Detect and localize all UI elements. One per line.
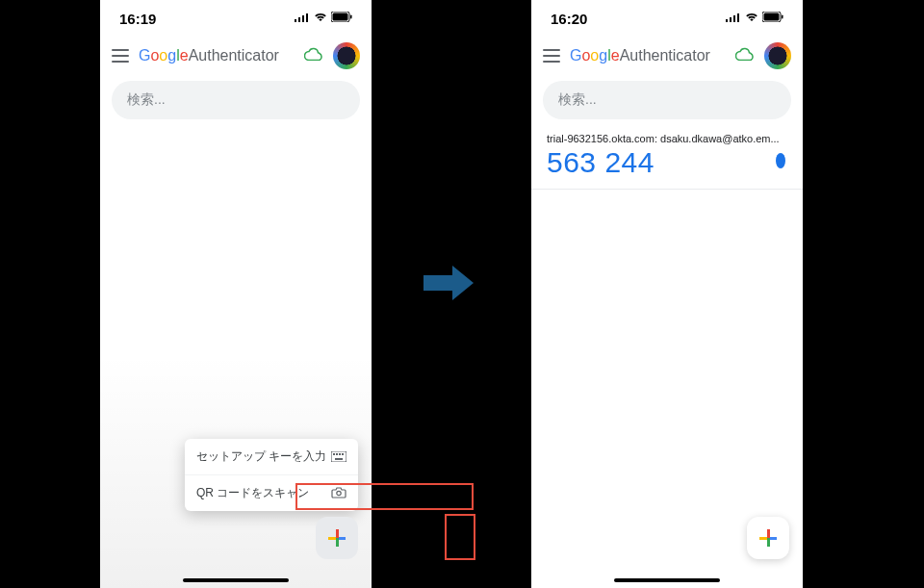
signal-icon xyxy=(726,12,741,25)
app-title: Google Authenticator xyxy=(570,47,710,64)
svg-point-13 xyxy=(337,491,341,495)
svg-rect-1 xyxy=(298,17,300,22)
wifi-icon xyxy=(314,12,327,25)
status-time: 16:20 xyxy=(551,11,587,27)
plus-icon xyxy=(759,529,777,547)
app-title: Google Authenticator xyxy=(139,47,279,64)
svg-rect-17 xyxy=(737,13,739,22)
battery-icon xyxy=(331,12,352,25)
account-label: trial-9632156.okta.com: dsaku.dkawa@atko… xyxy=(547,133,787,144)
wifi-icon xyxy=(745,12,758,25)
svg-rect-7 xyxy=(331,451,346,462)
status-time: 16:19 xyxy=(119,11,156,27)
menu-label: セットアップ キーを入力 xyxy=(196,448,326,465)
app-header: Google Authenticator xyxy=(100,37,372,75)
svg-rect-15 xyxy=(730,17,732,22)
fab-add-button[interactable] xyxy=(316,517,358,559)
svg-rect-0 xyxy=(295,19,296,22)
plus-icon xyxy=(328,529,346,547)
status-icons xyxy=(295,12,352,25)
fab-add-button[interactable] xyxy=(747,517,789,559)
search-input[interactable]: 検索... xyxy=(112,81,360,119)
svg-rect-9 xyxy=(336,453,338,455)
app-header: Google Authenticator xyxy=(531,37,803,75)
fab-menu: セットアップ キーを入力 QR コードをスキャン xyxy=(185,439,358,511)
svg-rect-3 xyxy=(306,13,308,22)
svg-rect-19 xyxy=(764,13,780,21)
avatar[interactable] xyxy=(333,42,360,69)
svg-rect-20 xyxy=(782,15,783,19)
totp-code: 563 244 xyxy=(547,146,654,179)
search-placeholder: 検索... xyxy=(558,91,597,109)
account-entry[interactable]: trial-9632156.okta.com: dsaku.dkawa@atko… xyxy=(531,129,803,190)
svg-point-21 xyxy=(776,153,785,168)
status-bar: 16:20 xyxy=(531,0,803,37)
status-bar: 16:19 xyxy=(100,0,372,37)
home-indicator[interactable] xyxy=(614,578,720,582)
search-input[interactable]: 検索... xyxy=(543,81,791,119)
svg-rect-10 xyxy=(339,453,341,455)
cloud-sync-icon[interactable] xyxy=(735,47,755,64)
svg-rect-6 xyxy=(350,15,352,19)
status-icons xyxy=(726,12,783,25)
svg-rect-11 xyxy=(342,453,344,455)
phone-left: 16:19 Google Authenticator 検索... xyxy=(100,0,372,588)
fab-menu-enter-key[interactable]: セットアップ キーを入力 xyxy=(185,439,358,474)
camera-icon xyxy=(331,486,346,501)
annotation-arrow-icon xyxy=(424,266,477,300)
search-placeholder: 検索... xyxy=(127,91,166,109)
timer-icon xyxy=(774,152,787,173)
svg-rect-12 xyxy=(335,458,343,460)
svg-rect-8 xyxy=(333,453,335,455)
svg-rect-16 xyxy=(733,15,735,22)
svg-rect-14 xyxy=(726,19,728,22)
fab-menu-scan-qr[interactable]: QR コードをスキャン xyxy=(185,474,358,511)
svg-rect-2 xyxy=(302,15,304,22)
phone-right: 16:20 Google Authenticator 検索... xyxy=(531,0,803,588)
battery-icon xyxy=(762,12,783,25)
svg-rect-5 xyxy=(333,13,348,21)
hamburger-icon[interactable] xyxy=(112,49,129,63)
keyboard-icon xyxy=(331,449,346,465)
menu-label: QR コードをスキャン xyxy=(196,485,309,501)
signal-icon xyxy=(295,12,310,25)
home-indicator[interactable] xyxy=(183,578,289,582)
avatar[interactable] xyxy=(764,42,791,69)
hamburger-icon[interactable] xyxy=(543,49,560,63)
annotation-highlight-fab xyxy=(445,514,475,560)
cloud-sync-icon[interactable] xyxy=(304,47,323,64)
